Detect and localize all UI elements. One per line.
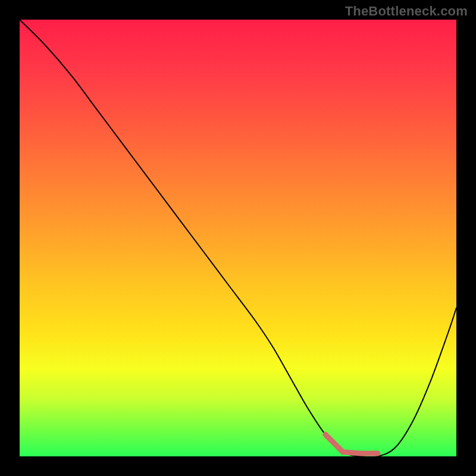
watermark-text: TheBottleneck.com — [345, 4, 468, 19]
bottleneck-curve-path — [20, 20, 456, 456]
chart-stage: TheBottleneck.com — [0, 0, 476, 476]
curve-layer — [20, 20, 456, 456]
plot-area — [20, 20, 456, 456]
valley-highlight-path — [325, 434, 378, 453]
